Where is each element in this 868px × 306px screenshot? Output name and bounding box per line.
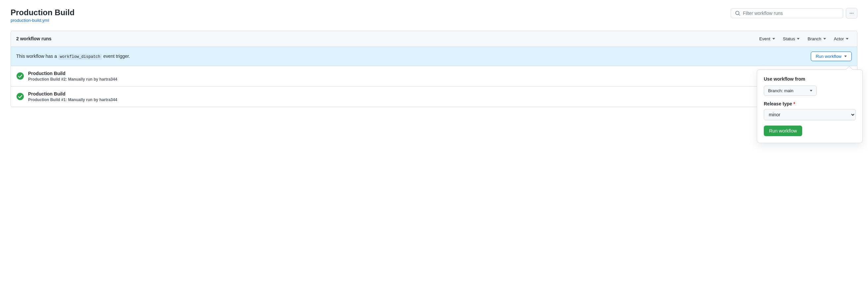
run-workflow-button-label: Run workflow	[816, 54, 841, 59]
actor-filter-label: Actor	[834, 36, 844, 41]
run-info-2: Production Build Production Build #1: Ma…	[28, 91, 852, 102]
event-filter-label: Event	[759, 36, 770, 41]
more-options-button[interactable]: ···	[846, 8, 858, 19]
actor-filter-button[interactable]: Actor	[831, 35, 852, 43]
run-info-1: Production Build Production Build #2: Ma…	[28, 71, 852, 81]
workflow-run-item[interactable]: Production Build Production Build #2: Ma…	[11, 66, 857, 87]
search-icon	[735, 10, 740, 16]
success-status-icon-2	[16, 93, 24, 100]
run-subtitle-2: Production Build #1: Manually run by har…	[28, 98, 852, 102]
run-title-2: Production Build	[28, 91, 852, 97]
event-chevron-icon	[772, 38, 775, 40]
run-subtitle-1: Production Build #2: Manually run by har…	[28, 77, 852, 81]
success-status-icon-1	[16, 72, 24, 80]
status-filter-label: Status	[783, 36, 795, 41]
dispatch-text-after: event trigger.	[103, 54, 130, 59]
event-filter-button[interactable]: Event	[756, 35, 778, 43]
branch-select-label: Branch: main	[768, 88, 794, 93]
dispatch-banner: This workflow has a workflow_dispatch ev…	[11, 47, 857, 66]
branch-filter-button[interactable]: Branch	[804, 35, 829, 43]
svg-point-1	[17, 93, 24, 100]
workflow-run-item-2[interactable]: Production Build Production Build #1: Ma…	[11, 87, 857, 107]
workflow-container: 2 workflow runs Event Status Branch Acto…	[10, 31, 858, 107]
header-right: ···	[731, 8, 858, 19]
search-input[interactable]	[743, 10, 839, 16]
release-type-select[interactable]: minor major patch	[764, 109, 856, 115]
dispatch-text: This workflow has a workflow_dispatch ev…	[16, 54, 130, 59]
required-star: *	[794, 101, 795, 106]
svg-point-0	[17, 72, 24, 80]
search-bar	[731, 8, 843, 18]
filter-buttons: Event Status Branch Actor	[756, 35, 852, 43]
header-left: Production Build production-build.yml	[10, 8, 74, 23]
page-header: Production Build production-build.yml ··…	[10, 8, 858, 23]
dispatch-code: workflow_dispatch	[58, 54, 102, 60]
branch-chevron-icon	[823, 38, 826, 40]
status-filter-button[interactable]: Status	[780, 35, 803, 43]
actor-chevron-icon	[846, 38, 848, 40]
workflow-run-count: 2 workflow runs	[16, 36, 52, 41]
branch-select-button[interactable]: Branch: main	[764, 86, 817, 96]
more-options-icon: ···	[849, 10, 854, 16]
page-title: Production Build	[10, 8, 74, 18]
dropdown-title: Use workflow from	[764, 76, 856, 81]
run-title-1: Production Build	[28, 71, 852, 76]
run-workflow-chevron-icon	[844, 56, 847, 57]
dispatch-text-before: This workflow has a	[16, 54, 57, 59]
release-type-label-text: Release type	[764, 101, 792, 106]
run-workflow-dropdown: Use workflow from Branch: main Release t…	[757, 69, 863, 115]
branch-filter-label: Branch	[807, 36, 821, 41]
run-workflow-button[interactable]: Run workflow	[811, 52, 852, 61]
workflow-toolbar: 2 workflow runs Event Status Branch Acto…	[11, 31, 857, 47]
yml-link[interactable]: production-build.yml	[10, 18, 49, 23]
branch-select-chevron-icon	[810, 90, 812, 92]
status-chevron-icon	[797, 38, 800, 40]
release-type-label: Release type *	[764, 101, 856, 106]
